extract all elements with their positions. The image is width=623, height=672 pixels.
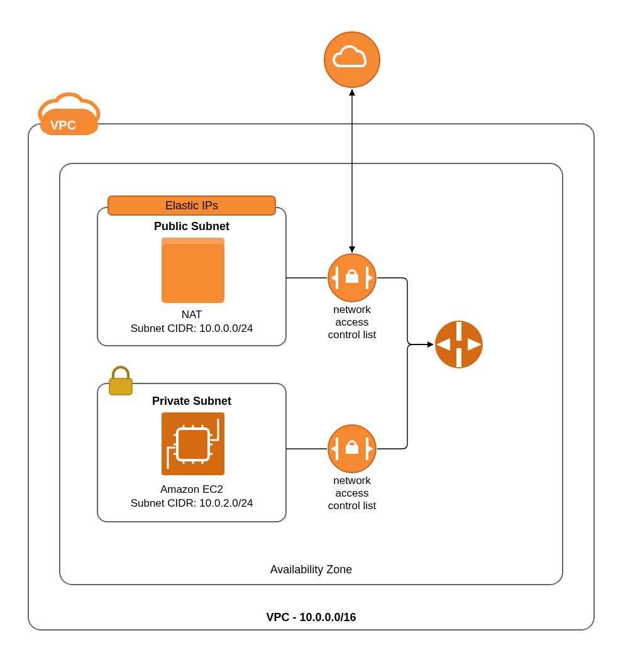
- svg-text:control list: control list: [328, 329, 377, 341]
- ec2-icon: [162, 412, 224, 475]
- svg-text:network: network: [333, 475, 371, 487]
- svg-rect-24: [346, 274, 358, 283]
- svg-rect-31: [346, 445, 358, 454]
- svg-rect-6: [109, 378, 132, 395]
- nat-label: NAT: [182, 309, 202, 321]
- padlock-icon: [109, 367, 132, 395]
- svg-rect-36: [456, 322, 461, 341]
- ec2-label: Amazon EC2: [160, 483, 223, 495]
- nacl-private: network access control list: [328, 425, 377, 512]
- private-cidr: Subnet CIDR: 10.0.2.0/24: [131, 497, 253, 509]
- svg-text:control list: control list: [328, 500, 377, 512]
- vpc-badge: VPC: [40, 94, 98, 135]
- nacl-public: network access control list: [328, 254, 377, 341]
- elastic-ips-label: Elastic IPs: [165, 199, 218, 212]
- public-subnet: Elastic IPs Public Subnet NAT Subnet CID…: [97, 196, 286, 346]
- nat-icon: [162, 238, 224, 303]
- svg-rect-7: [162, 412, 224, 475]
- svg-rect-4: [162, 244, 224, 303]
- az-title: Availability Zone: [270, 563, 353, 576]
- public-cidr: Subnet CIDR: 10.0.0.0/24: [131, 322, 253, 334]
- svg-text:network: network: [333, 304, 371, 316]
- public-subnet-title: Public Subnet: [154, 220, 229, 233]
- vpc-badge-text: VPC: [50, 118, 76, 132]
- svg-text:access: access: [336, 316, 369, 328]
- svg-rect-37: [456, 348, 461, 367]
- diagram-canvas: VPC VPC - 10.0.0.0/16 Availability Zone …: [0, 0, 623, 672]
- private-subnet-title: Private Subnet: [152, 395, 231, 407]
- private-subnet: Private Subnet Amazon EC2 Subnet CIDR: 1…: [97, 367, 286, 522]
- internet-gateway-icon: [435, 321, 483, 368]
- svg-text:access: access: [336, 487, 369, 499]
- vpc-title: VPC - 10.0.0.0/16: [266, 611, 356, 624]
- cloud-icon: [324, 32, 380, 87]
